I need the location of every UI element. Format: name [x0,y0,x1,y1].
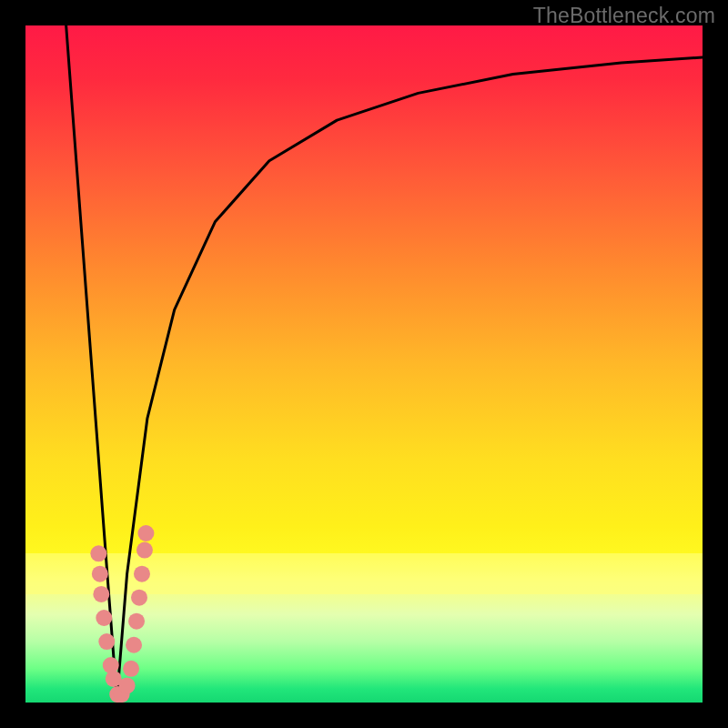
plot-area [25,25,703,703]
marker-point [98,633,115,650]
marker-point [137,525,154,541]
marker-point [126,637,142,653]
chart-frame: TheBottleneck.com [0,0,728,728]
marker-point [90,545,106,561]
watermark-text: TheBottleneck.com [533,4,715,28]
curve-overlay [25,25,703,703]
marker-point [119,677,136,693]
marker-point [136,542,153,559]
marker-point [93,586,109,602]
curve-left-branch [66,25,117,699]
marker-point [134,566,150,582]
curve-right-branch [116,57,703,699]
marker-point [103,657,119,673]
marker-point [128,613,145,630]
marker-point [123,661,139,677]
marker-point [131,590,147,606]
marker-point [96,610,112,626]
marker-point [92,566,108,582]
